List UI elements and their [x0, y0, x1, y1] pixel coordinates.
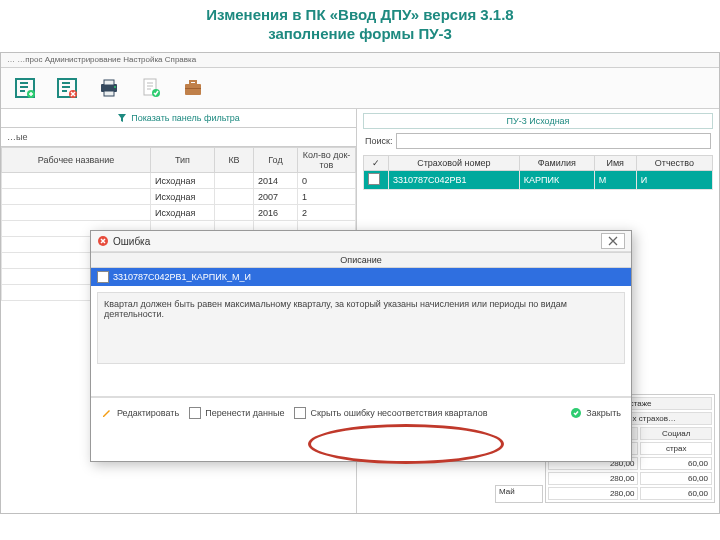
col-kv: КВ	[215, 148, 254, 173]
table-row[interactable]: Исходная20140	[2, 173, 356, 189]
menubar[interactable]: … …прос Администрирование Настройка Спра…	[1, 53, 719, 68]
row-checkbox[interactable]	[368, 173, 380, 185]
error-dialog: Ошибка Описание 3310787C042PB1_КАРПИК_М_…	[90, 230, 632, 462]
table-row[interactable]: Исходная20162	[2, 205, 356, 221]
table-row[interactable]: 3310787C042PB1КАРПИКМИ	[364, 171, 713, 190]
toolbar	[1, 68, 719, 109]
col-count: Кол-во док-тов	[298, 148, 356, 173]
dialog-body: Квартал должен быть равен максимальному …	[91, 286, 631, 397]
edit-button[interactable]: Редактировать	[101, 407, 179, 419]
docs-table[interactable]: ✓ Страховой номер Фамилия Имя Отчество 3…	[363, 155, 713, 190]
month-cell: Май	[495, 485, 543, 503]
error-item[interactable]: 3310787C042PB1_КАРПИК_М_И	[91, 268, 631, 286]
filter-toggle[interactable]: Показать панель фильтра	[1, 109, 356, 128]
form-caption: ПУ-3 Исходная	[363, 113, 713, 129]
slide-title: Изменения в ПК «Ввод ДПУ» версия 3.1.8	[0, 0, 720, 25]
error-item-label: 3310787C042PB1_КАРПИК_М_И	[113, 272, 251, 282]
move-button[interactable]: Перенести данные	[189, 407, 284, 419]
filter-label: Показать панель фильтра	[131, 113, 240, 123]
search-input[interactable]	[396, 133, 711, 149]
col-year: Год	[254, 148, 298, 173]
close-icon[interactable]	[601, 233, 625, 249]
delete-icon[interactable]	[53, 74, 81, 102]
error-message: Квартал должен быть равен максимальному …	[97, 292, 625, 364]
item-checkbox[interactable]	[97, 271, 109, 283]
svg-rect-11	[190, 81, 196, 84]
doc-ok-icon[interactable]	[137, 74, 165, 102]
svg-point-7	[114, 86, 116, 88]
close-button[interactable]: Закрыть	[570, 407, 621, 419]
tab-bar[interactable]: …ые	[1, 128, 356, 147]
search-label: Поиск:	[365, 136, 392, 146]
col-check: ✓	[364, 156, 389, 171]
col-otch: Отчество	[636, 156, 712, 171]
col-snils: Страховой номер	[389, 156, 520, 171]
filter-icon	[117, 113, 127, 123]
col-type: Тип	[151, 148, 215, 173]
print-icon[interactable]	[95, 74, 123, 102]
hide-error-checkbox[interactable]: Скрыть ошибку несоответствия кварталов	[294, 407, 487, 419]
svg-rect-12	[185, 88, 201, 89]
svg-rect-6	[104, 91, 114, 96]
col-fam: Фамилия	[519, 156, 594, 171]
svg-rect-10	[185, 84, 201, 95]
slide-subtitle: заполнение формы ПУ-3	[0, 25, 720, 46]
col-name: Рабочее название	[2, 148, 151, 173]
error-icon	[97, 235, 109, 247]
col-name: Имя	[594, 156, 636, 171]
svg-rect-5	[104, 80, 114, 85]
dialog-titlebar[interactable]: Ошибка	[91, 231, 631, 252]
table-row[interactable]: Исходная20071	[2, 189, 356, 205]
add-icon[interactable]	[11, 74, 39, 102]
dialog-footer: Редактировать Перенести данные Скрыть ош…	[91, 397, 631, 428]
briefcase-icon[interactable]	[179, 74, 207, 102]
search-bar: Поиск:	[357, 131, 719, 151]
dialog-title: Ошибка	[113, 236, 150, 247]
desc-header: Описание	[91, 252, 631, 268]
